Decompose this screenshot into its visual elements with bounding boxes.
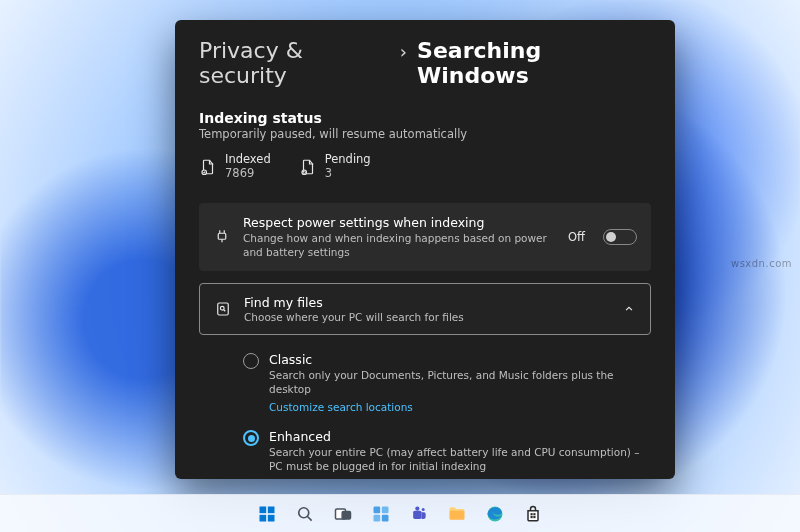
breadcrumb-parent[interactable]: Privacy & security	[199, 38, 390, 88]
file-explorer-button[interactable]	[440, 499, 474, 529]
find-my-files-title: Find my files	[244, 295, 610, 310]
svg-rect-21	[531, 513, 533, 515]
settings-window: Privacy & security › Searching Windows I…	[175, 20, 675, 479]
power-settings-card[interactable]: Respect power settings when indexing Cha…	[199, 203, 651, 271]
power-settings-toggle[interactable]	[603, 229, 637, 245]
svg-rect-6	[268, 506, 275, 513]
power-settings-subtitle: Change how and when indexing happens bas…	[243, 231, 556, 259]
svg-rect-16	[413, 510, 421, 518]
svg-rect-14	[374, 514, 381, 521]
svg-rect-19	[450, 510, 465, 519]
stat-indexed-value: 7869	[225, 167, 271, 181]
stat-pending-label: Pending	[325, 153, 371, 167]
chevron-up-icon	[622, 302, 636, 316]
widgets-button[interactable]	[364, 499, 398, 529]
option-classic-subtitle: Search only your Documents, Pictures, an…	[269, 368, 645, 396]
svg-rect-15	[382, 514, 389, 521]
teams-button[interactable]	[402, 499, 436, 529]
svg-rect-24	[533, 516, 535, 518]
search-document-icon	[214, 300, 232, 318]
find-my-files-expander[interactable]: Find my files Choose where your PC will …	[199, 283, 651, 335]
svg-rect-7	[260, 514, 267, 521]
option-enhanced-subtitle: Search your entire PC (may affect batter…	[269, 445, 645, 473]
taskbar	[0, 494, 800, 532]
svg-rect-8	[268, 514, 275, 521]
radio-classic[interactable]	[243, 353, 259, 369]
svg-point-4	[220, 306, 224, 310]
stat-indexed-label: Indexed	[225, 153, 271, 167]
svg-rect-5	[260, 506, 267, 513]
svg-point-9	[299, 507, 309, 517]
power-settings-state: Off	[568, 230, 585, 244]
stat-pending-value: 3	[325, 167, 371, 181]
breadcrumb: Privacy & security › Searching Windows	[199, 38, 651, 88]
customize-search-locations-link[interactable]: Customize search locations	[269, 401, 413, 413]
power-settings-title: Respect power settings when indexing	[243, 215, 556, 230]
power-plug-icon	[213, 228, 231, 246]
svg-rect-13	[382, 506, 389, 513]
taskbar-search-button[interactable]	[288, 499, 322, 529]
option-enhanced-title: Enhanced	[269, 429, 645, 444]
svg-rect-11	[342, 511, 350, 519]
task-view-button[interactable]	[326, 499, 360, 529]
svg-rect-12	[374, 506, 381, 513]
watermark: wsxdn.com	[731, 258, 792, 269]
microsoft-store-button[interactable]	[516, 499, 550, 529]
indexing-status-title: Indexing status	[199, 110, 651, 126]
document-check-icon	[199, 158, 217, 176]
document-refresh-icon	[299, 158, 317, 176]
edge-button[interactable]	[478, 499, 512, 529]
svg-point-18	[422, 507, 425, 510]
radio-enhanced[interactable]	[243, 430, 259, 446]
svg-rect-2	[218, 233, 226, 239]
indexing-status-subtitle: Temporarily paused, will resume automati…	[199, 127, 651, 141]
option-classic-title: Classic	[269, 352, 645, 367]
find-my-files-subtitle: Choose where your PC will search for fil…	[244, 311, 610, 323]
indexing-stats: Indexed 7869 Pending 3	[199, 153, 651, 181]
find-my-files-options: Classic Search only your Documents, Pict…	[199, 343, 651, 485]
stat-indexed: Indexed 7869	[199, 153, 271, 181]
stat-pending: Pending 3	[299, 153, 371, 181]
option-enhanced[interactable]: Enhanced Search your entire PC (may affe…	[243, 422, 645, 480]
start-button[interactable]	[250, 499, 284, 529]
page-title: Searching Windows	[417, 38, 651, 88]
svg-rect-23	[531, 516, 533, 518]
svg-rect-3	[218, 303, 229, 315]
svg-point-17	[415, 506, 419, 510]
svg-rect-22	[533, 513, 535, 515]
chevron-right-icon: ›	[400, 41, 407, 62]
option-classic[interactable]: Classic Search only your Documents, Pict…	[243, 345, 645, 422]
